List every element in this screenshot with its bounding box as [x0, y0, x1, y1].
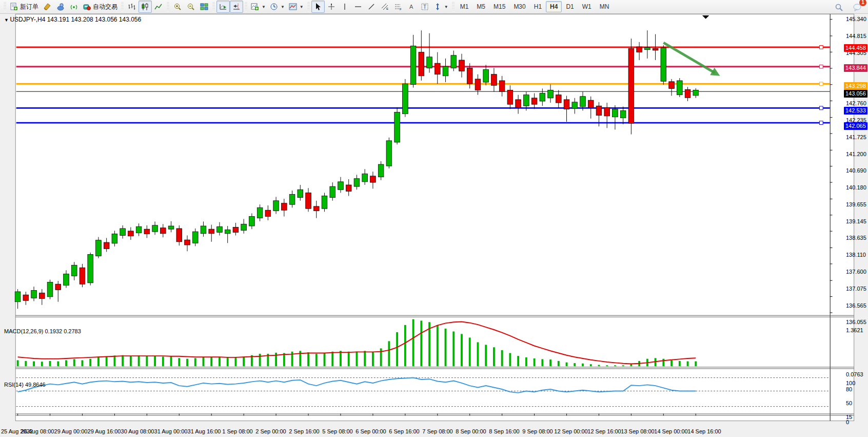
templates-dropdown-caret: ▼: [300, 5, 304, 9]
macd-histogram-bar: [138, 355, 140, 366]
scroll-group: [216, 0, 243, 13]
cursor-icon: [314, 3, 322, 11]
toolbar-grip[interactable]: [121, 2, 124, 11]
notification-badge: 1: [859, 0, 866, 6]
timeframe-M1[interactable]: M1: [456, 1, 473, 12]
timeframe-group: M1M5M15M30H1H4D1W1MN: [456, 0, 614, 13]
timeframe-D1[interactable]: D1: [562, 1, 578, 12]
zoom-out-icon: [187, 3, 195, 11]
candlestick-icon: [141, 3, 149, 11]
macd-histogram-bar: [396, 332, 398, 366]
timeframe-H1[interactable]: H1: [530, 1, 546, 12]
macd-histogram-bar: [122, 355, 124, 366]
chart-shift-button[interactable]: [230, 1, 243, 13]
templates-button[interactable]: ▼: [287, 1, 306, 13]
trendline-button[interactable]: [365, 1, 378, 13]
timeframe-M15[interactable]: M15: [489, 1, 509, 12]
macd-histogram-bar: [315, 354, 318, 366]
insert-group: ▼ ▼ ▼: [249, 0, 306, 13]
timeframe-M30[interactable]: M30: [509, 1, 529, 12]
line-handle[interactable]: [819, 82, 823, 86]
text-icon: A: [407, 3, 416, 11]
toolbar-grip[interactable]: [307, 2, 310, 11]
macd-histogram-bar: [348, 352, 350, 366]
arrows-dropdown-caret: ▼: [444, 5, 448, 9]
toolbar: 新订单 自动交易: [0, 0, 868, 14]
zoom-out-button[interactable]: [184, 1, 198, 13]
macd-histogram-bar: [25, 361, 27, 366]
macd-histogram-bar: [670, 360, 673, 367]
candle: [677, 78, 682, 97]
crosshair-button[interactable]: [325, 1, 338, 13]
macd-histogram-bar: [234, 357, 236, 366]
macd-histogram-bar: [493, 347, 495, 366]
vertical-line-button[interactable]: [338, 1, 351, 13]
line-chart-button[interactable]: [152, 1, 165, 13]
text-label-button[interactable]: T: [418, 1, 431, 13]
macd-histogram-bar: [404, 325, 406, 366]
macd-histogram-bar: [57, 362, 59, 366]
zoom-in-button[interactable]: [171, 1, 184, 13]
cursor-button[interactable]: [311, 1, 325, 13]
signal-waves-icon: [70, 3, 78, 11]
timeframe-H4[interactable]: H4: [546, 1, 562, 12]
macd-histogram-bar: [614, 365, 616, 366]
notifications-button[interactable]: 1: [851, 1, 864, 13]
arrows-button[interactable]: ▼: [431, 1, 450, 13]
candle: [403, 79, 408, 117]
channel-button[interactable]: E: [378, 1, 391, 13]
timeframe-MN[interactable]: MN: [596, 1, 614, 12]
macd-histogram-bar: [219, 357, 221, 366]
macd-histogram-bar: [356, 352, 358, 366]
macd-histogram-bar: [194, 358, 196, 366]
line-handle[interactable]: [819, 46, 823, 49]
horizontal-line-button[interactable]: [351, 1, 365, 13]
timeframe-W1[interactable]: W1: [578, 1, 596, 12]
text-button[interactable]: A: [405, 1, 418, 13]
line-handle[interactable]: [819, 65, 823, 68]
tile-windows-button[interactable]: [198, 1, 211, 13]
new-order-button[interactable]: 新订单: [8, 1, 41, 13]
candle: [394, 107, 400, 144]
macd-histogram-bar: [501, 350, 503, 366]
signals-button[interactable]: [67, 1, 81, 13]
line-handle[interactable]: [819, 106, 823, 110]
macd-histogram-bar: [106, 356, 108, 366]
macd-histogram-bar: [598, 365, 600, 366]
macd-histogram-bar: [203, 357, 205, 366]
svg-text:A: A: [409, 4, 413, 10]
account-button[interactable]: [54, 1, 67, 13]
chart-canvas[interactable]: [0, 14, 868, 437]
macd-histogram-bar: [170, 356, 172, 366]
search-button[interactable]: [832, 1, 845, 13]
macd-histogram-bar: [65, 360, 67, 367]
chart-shift-icon: [232, 3, 241, 11]
toolbar-grip[interactable]: [245, 2, 247, 11]
macd-histogram-bar: [558, 361, 560, 366]
indicators-button[interactable]: ▼: [249, 1, 268, 13]
toolbar-grip[interactable]: [4, 2, 6, 11]
macd-histogram-bar: [97, 357, 100, 367]
objects-group: E F A T ▼: [311, 0, 450, 13]
candlestick-chart-button[interactable]: [139, 1, 152, 13]
bar-chart-button[interactable]: [125, 1, 139, 13]
autotrading-button[interactable]: 自动交易: [81, 1, 120, 13]
bar-chart-icon: [128, 3, 136, 11]
fibonacci-button[interactable]: F: [391, 1, 405, 13]
timeframe-M5[interactable]: M5: [472, 1, 489, 12]
macd-histogram-bar: [186, 359, 188, 366]
toolbar-grip[interactable]: [167, 2, 169, 11]
macd-histogram-bar: [146, 356, 148, 366]
svg-text:T: T: [423, 4, 426, 10]
periods-button[interactable]: ▼: [268, 1, 287, 13]
macd-histogram-bar: [420, 320, 422, 366]
metaeditor-button[interactable]: [41, 1, 54, 13]
toolbar-grip[interactable]: [452, 2, 455, 11]
chart-window: ▼ USDJPY-,H4 143.191 143.208 143.056 143…: [0, 14, 868, 437]
toolbar-grip[interactable]: [212, 2, 215, 11]
macd-histogram-bar: [549, 359, 551, 366]
autotrading-icon: [83, 3, 91, 11]
macd-histogram-bar: [662, 359, 664, 366]
auto-scroll-button[interactable]: [216, 1, 230, 13]
line-handle[interactable]: [819, 121, 823, 125]
